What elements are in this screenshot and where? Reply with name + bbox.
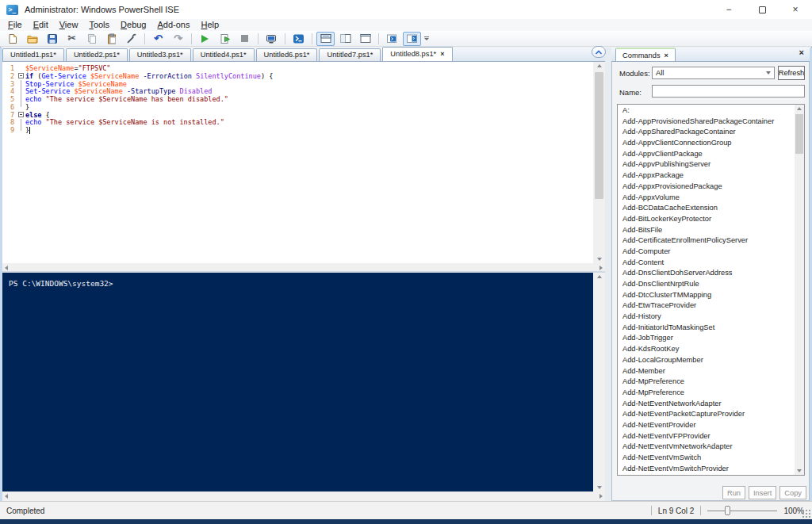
menu-view[interactable]: View bbox=[54, 19, 84, 31]
command-list-item[interactable]: Add-JobTrigger bbox=[618, 333, 795, 344]
close-button[interactable]: × bbox=[779, 0, 812, 19]
panel-splitter[interactable] bbox=[605, 48, 611, 501]
command-list-item[interactable]: Add-NetEventVmSwitch bbox=[618, 453, 795, 464]
command-list-item[interactable]: Add-KdsRootKey bbox=[618, 344, 795, 355]
copy-command-button[interactable]: Copy bbox=[779, 486, 806, 499]
command-group-header[interactable]: A: bbox=[618, 105, 795, 117]
scroll-down-arrow-icon[interactable] bbox=[797, 469, 802, 472]
command-list-item[interactable]: Add-Member bbox=[618, 366, 795, 377]
fold-collapse-icon[interactable] bbox=[18, 112, 24, 117]
tab-commands[interactable]: Commands × bbox=[615, 48, 676, 61]
modules-dropdown[interactable]: All bbox=[652, 67, 775, 79]
redo-button[interactable]: ↷ bbox=[169, 32, 187, 46]
code-line-8[interactable]: 8echo "The service $ServiceName is not i… bbox=[2, 119, 593, 127]
clear-console-pane-button[interactable] bbox=[122, 32, 140, 46]
command-list-item[interactable]: Add-AppProvisionedSharedPackageContainer bbox=[618, 117, 795, 128]
menu-help[interactable]: Help bbox=[195, 19, 224, 31]
code-line-3[interactable]: 3Stop-Service $ServiceName bbox=[2, 80, 593, 88]
menu-file[interactable]: File bbox=[2, 19, 28, 31]
open-script-button[interactable] bbox=[23, 32, 41, 46]
scroll-left-arrow-icon[interactable] bbox=[5, 494, 8, 499]
console-vertical-scrollbar[interactable] bbox=[593, 273, 605, 491]
show-script-pane-top-button[interactable] bbox=[316, 32, 335, 46]
command-list-item[interactable]: Add-BitsFile bbox=[618, 225, 795, 236]
command-list-item[interactable]: Add-NetEventVFPProvider bbox=[618, 431, 795, 442]
menu-tools[interactable]: Tools bbox=[83, 19, 115, 31]
scroll-up-arrow-icon[interactable] bbox=[597, 275, 602, 278]
tab-untitled3ps1[interactable]: Untitled3.ps1* bbox=[129, 48, 191, 61]
command-list-item[interactable]: Add-AppvClientConnectionGroup bbox=[618, 138, 795, 149]
command-list-item[interactable]: Add-NetEventVmSwitchProvider bbox=[618, 464, 795, 475]
command-list-item[interactable]: Add-AppvClientPackage bbox=[618, 149, 795, 160]
new-powershell-tab-button[interactable] bbox=[383, 32, 401, 46]
command-list-item[interactable]: Add-AppxProvisionedPackage bbox=[618, 182, 795, 193]
console-horizontal-scrollbar[interactable] bbox=[2, 491, 605, 501]
code-line-9[interactable]: 9} bbox=[2, 126, 593, 134]
scroll-up-arrow-icon[interactable] bbox=[597, 64, 602, 67]
command-list-item[interactable]: Add-InitiatorIdToMaskingSet bbox=[618, 323, 795, 334]
scroll-down-arrow-icon[interactable] bbox=[597, 258, 602, 261]
script-editor[interactable]: 1$ServiceName="FTPSVC"2if (Get-Service $… bbox=[2, 62, 593, 263]
command-list-item[interactable]: Add-Content bbox=[618, 258, 795, 269]
new-remote-powershell-tab-button[interactable] bbox=[262, 32, 281, 46]
toolbar-overflow-button[interactable] bbox=[424, 36, 429, 40]
scroll-left-arrow-icon[interactable] bbox=[5, 266, 8, 270]
undo-button[interactable]: ↶ bbox=[149, 32, 167, 46]
command-list-item[interactable]: Add-AppxPackage bbox=[618, 170, 795, 182]
close-addon-pane-button[interactable]: × bbox=[799, 48, 804, 57]
tab-untitled6ps1[interactable]: Untitled6.ps1* bbox=[256, 48, 318, 61]
tab-untitled1ps1[interactable]: Untitled1.ps1* bbox=[2, 48, 64, 61]
code-line-1[interactable]: 1$ServiceName="FTPSVC" bbox=[2, 64, 593, 72]
new-script-button[interactable] bbox=[3, 32, 21, 46]
name-filter-input[interactable] bbox=[652, 85, 805, 98]
tab-untitled2ps1[interactable]: Untitled2.ps1* bbox=[66, 48, 128, 61]
show-script-pane-right-button[interactable] bbox=[336, 32, 354, 46]
tab-untitled4ps1[interactable]: Untitled4.ps1* bbox=[193, 48, 255, 61]
editor-scrollbar-thumb[interactable] bbox=[595, 72, 603, 199]
command-list-item[interactable]: Add-NetEventNetworkAdapter bbox=[618, 399, 795, 410]
menu-edit[interactable]: Edit bbox=[28, 19, 54, 31]
command-list-scrollbar[interactable] bbox=[795, 105, 804, 475]
show-script-pane-maximized-button[interactable] bbox=[356, 32, 374, 46]
command-list-item[interactable]: Add-AppxVolume bbox=[618, 193, 795, 204]
command-list-item[interactable]: Add-BitLockerKeyProtector bbox=[618, 214, 795, 225]
command-list-item[interactable]: Add-History bbox=[618, 312, 795, 323]
tab-untitled8ps1[interactable]: Untitled8.ps1*× bbox=[382, 47, 452, 61]
refresh-button[interactable]: Refresh bbox=[778, 66, 805, 80]
fold-collapse-icon[interactable] bbox=[18, 73, 24, 78]
insert-command-button[interactable]: Insert bbox=[749, 486, 776, 499]
fold-gutter[interactable] bbox=[17, 111, 25, 119]
command-list-item[interactable]: Add-NetEventVmNetworkAdapter bbox=[618, 442, 795, 453]
command-list-item[interactable]: Add-CertificateEnrollmentPolicyServer bbox=[618, 235, 795, 247]
show-command-addon-button[interactable] bbox=[403, 32, 421, 46]
command-list-item[interactable]: Add-DtcClusterTMMapping bbox=[618, 290, 795, 301]
editor-vertical-scrollbar[interactable] bbox=[593, 62, 605, 263]
zoom-slider[interactable] bbox=[707, 505, 777, 516]
console-pane[interactable]: PS C:\WINDOWS\system32> bbox=[2, 273, 593, 491]
command-list-item[interactable]: Add-DnsClientDohServerAddress bbox=[618, 268, 795, 279]
menu-debug[interactable]: Debug bbox=[115, 19, 151, 31]
command-list-item[interactable]: Add-Computer bbox=[618, 247, 795, 258]
paste-button[interactable] bbox=[102, 32, 121, 46]
scroll-down-arrow-icon[interactable] bbox=[597, 486, 602, 489]
command-list-item[interactable]: Add-NetEventPacketCaptureProvider bbox=[618, 409, 795, 420]
command-list[interactable]: A:Add-AppProvisionedSharedPackageContain… bbox=[617, 104, 805, 476]
command-list-item[interactable]: Add-EtwTraceProvider bbox=[618, 300, 795, 312]
zoom-slider-thumb[interactable] bbox=[725, 506, 730, 515]
cut-button[interactable]: ✂ bbox=[63, 32, 81, 46]
stop-operation-button[interactable] bbox=[236, 32, 254, 46]
code-line-7[interactable]: 7else { bbox=[2, 111, 593, 119]
fold-gutter[interactable] bbox=[17, 72, 25, 80]
run-command-button[interactable]: Run bbox=[722, 486, 745, 499]
command-list-item[interactable]: Add-DnsClientNrptRule bbox=[618, 279, 795, 290]
code-line-5[interactable]: 5echo "The service $ServiceName has been… bbox=[2, 95, 593, 103]
scroll-right-arrow-icon[interactable] bbox=[599, 266, 603, 270]
collapse-script-pane-button[interactable] bbox=[592, 46, 606, 58]
copy-button[interactable] bbox=[82, 32, 101, 46]
command-list-item[interactable]: Add-MpPreference bbox=[618, 377, 795, 388]
command-list-item[interactable]: Add-AppSharedPackageContainer bbox=[618, 127, 795, 138]
command-list-item[interactable]: Add-BCDataCacheExtension bbox=[618, 203, 795, 214]
resize-grip[interactable] bbox=[802, 510, 810, 518]
command-list-item[interactable]: Add-NetEventProvider bbox=[618, 420, 795, 431]
command-list-item[interactable]: Add-AppvPublishingServer bbox=[618, 159, 795, 170]
